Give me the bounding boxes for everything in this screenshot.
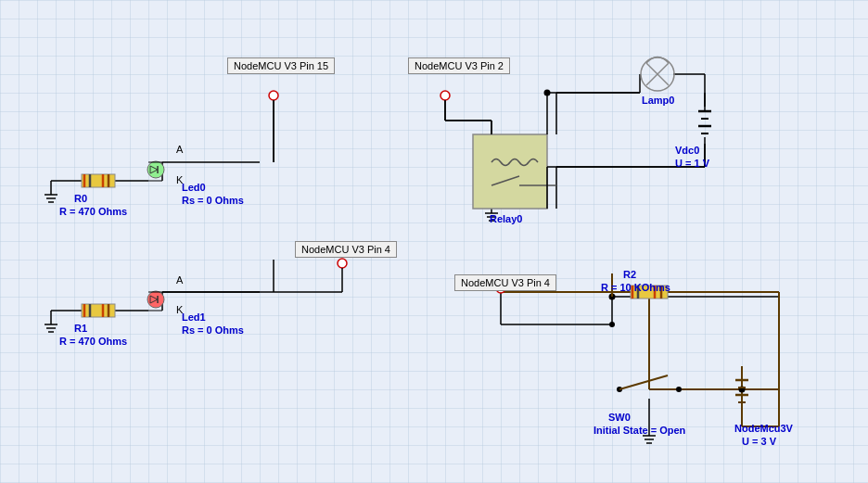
svg-line-109 xyxy=(491,176,519,185)
R0-value: R = 470 Ohms xyxy=(59,206,127,217)
vdc0-label: Vdc0 xyxy=(675,145,699,156)
pin4a-label: NodeMCU V3 Pin 4 xyxy=(295,241,397,258)
pin15-label: NodeMCU V3 Pin 15 xyxy=(227,57,335,74)
sw0-label: SW0 xyxy=(608,412,631,423)
svg-point-68 xyxy=(739,387,746,393)
svg-point-115 xyxy=(269,91,278,100)
led1-label: Led1 xyxy=(182,311,206,323)
svg-point-112 xyxy=(676,387,682,392)
svg-point-132 xyxy=(544,90,551,96)
svg-line-81 xyxy=(646,63,669,85)
svg-point-103 xyxy=(147,291,164,308)
svg-point-98 xyxy=(147,161,164,178)
vdc0-value: U = 1 V xyxy=(675,158,709,169)
svg-rect-93 xyxy=(82,304,115,317)
relay0-label: Relay0 xyxy=(490,213,522,224)
R1-value: R = 470 Ohms xyxy=(59,336,127,347)
svg-point-47 xyxy=(609,322,615,327)
svg-point-117 xyxy=(338,259,347,268)
svg-marker-104 xyxy=(150,296,158,303)
svg-line-113 xyxy=(619,375,668,389)
svg-point-111 xyxy=(617,387,622,392)
led0-label: Led0 xyxy=(182,182,206,193)
svg-point-116 xyxy=(440,91,450,100)
led0-A-label: A xyxy=(176,144,183,155)
led1-rs: Rs = 0 Ohms xyxy=(182,324,244,336)
svg-rect-108 xyxy=(473,134,547,209)
R2-label: R2 xyxy=(623,269,636,280)
pin4b-label: NodeMCU V3 Pin 4 xyxy=(454,274,556,291)
R1-label: R1 xyxy=(74,323,87,334)
svg-line-82 xyxy=(646,63,669,85)
sw0-state: Initial State = Open xyxy=(594,425,685,436)
nodemcu3v-label: NodeMcu3V xyxy=(734,423,793,434)
svg-rect-88 xyxy=(82,174,115,187)
pin2-label: NodeMCU V3 Pin 2 xyxy=(408,57,510,74)
lamp0-label: Lamp0 xyxy=(642,95,674,106)
schematic-canvas: NodeMCU V3 Pin 15 NodeMCU V3 Pin 2 NodeM… xyxy=(0,0,868,483)
R2-value: R = 10 KOhms xyxy=(601,282,670,293)
svg-point-60 xyxy=(609,294,616,300)
led0-rs: Rs = 0 Ohms xyxy=(182,195,244,206)
svg-point-80 xyxy=(641,57,674,91)
R0-label: R0 xyxy=(74,193,87,204)
nodemcu3v-value: U = 3 V xyxy=(742,436,776,447)
led1-A-label: A xyxy=(176,274,183,286)
svg-marker-99 xyxy=(150,166,158,173)
